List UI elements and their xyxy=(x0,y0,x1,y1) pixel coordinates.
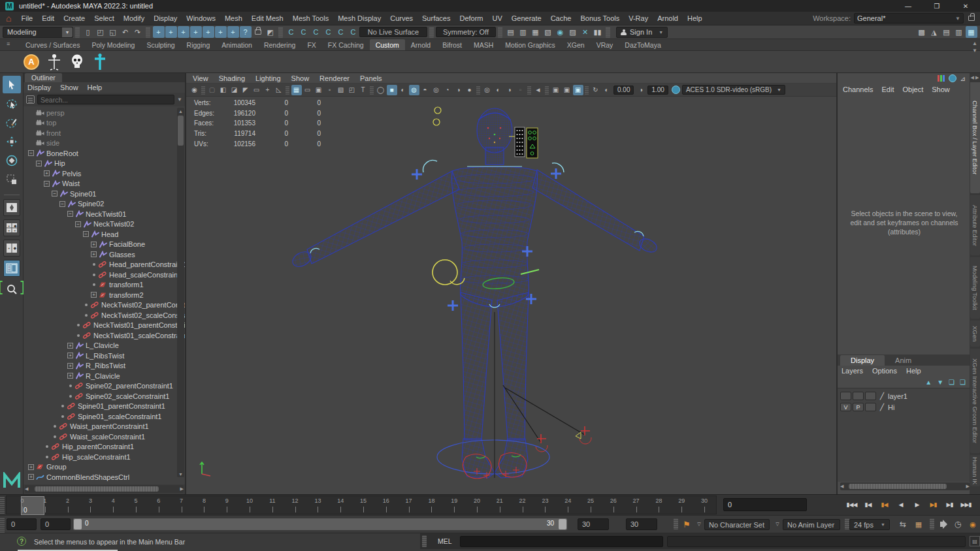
outliner-menu-display[interactable]: Display xyxy=(27,84,51,91)
exposure-field[interactable]: 0.00 xyxy=(613,86,634,95)
outliner-row-Hip_parentConstraint1[interactable]: Hip_parentConstraint1 xyxy=(24,442,185,452)
undo-icon[interactable]: ↶ xyxy=(120,26,131,38)
speaker-icon[interactable] xyxy=(936,518,949,530)
menu-mesh-tools[interactable]: Mesh Tools xyxy=(288,12,333,25)
snap-to-curves-icon[interactable]: + xyxy=(178,26,189,38)
render-view-icon[interactable]: ▤ xyxy=(505,26,517,38)
step-back-key-button[interactable]: ▮◀ xyxy=(877,497,892,512)
reflection-icon[interactable]: C xyxy=(335,26,347,38)
visibility-toggle[interactable] xyxy=(840,392,851,400)
tool-settings-button[interactable]: ▥ xyxy=(953,26,965,38)
paste-view-icon[interactable]: ▣ xyxy=(562,85,572,95)
menu-set-selector[interactable]: Modeling▼ xyxy=(3,27,73,38)
viewport-menu-show[interactable]: Show xyxy=(291,74,310,82)
step-forward-frame-button[interactable]: ▶▮ xyxy=(942,497,957,512)
close-button[interactable]: ✕ xyxy=(951,0,980,12)
field-chart-icon[interactable]: ▧ xyxy=(336,85,346,95)
paint-select-tool[interactable] xyxy=(3,114,21,131)
safe-action-icon[interactable]: ◰ xyxy=(347,85,357,95)
construction-history-icon[interactable]: C xyxy=(286,26,297,38)
fps-selector[interactable]: 24 fps▼ xyxy=(849,519,890,530)
outliner-row-Spine02[interactable]: −Spine02 xyxy=(24,199,185,210)
viewport-menu-panels[interactable]: Panels xyxy=(360,74,382,82)
refresh-icon[interactable]: ↻ xyxy=(591,85,601,95)
evaluation-mode-icon[interactable]: ◉ xyxy=(967,518,979,530)
toolbar-grip[interactable] xyxy=(498,27,502,38)
scrollbar-thumb[interactable] xyxy=(35,486,159,492)
tree-expander[interactable]: + xyxy=(90,251,97,258)
camera-bookmarks-icon[interactable]: ◪ xyxy=(229,85,240,95)
shelf-tab-mash[interactable]: MASH xyxy=(468,39,499,50)
shelf-tab-arnold[interactable]: Arnold xyxy=(405,39,436,50)
outliner-row-Hip[interactable]: −Hip xyxy=(24,159,185,169)
playback-start-field[interactable]: 0 xyxy=(41,518,71,530)
safe-title-icon[interactable]: T xyxy=(358,85,368,95)
highlight-selection-icon[interactable]: ◩ xyxy=(265,26,276,38)
playback-toggle[interactable]: P xyxy=(853,403,864,411)
outliner-row-L_Clavicle[interactable]: +L_Clavicle xyxy=(24,341,185,351)
playblast-icon[interactable]: ▦ xyxy=(912,518,925,530)
toolbar-grip[interactable] xyxy=(930,518,934,529)
menu-v-ray[interactable]: V-Ray xyxy=(624,12,653,25)
anim-layer-selector[interactable]: No Anim Layer xyxy=(783,519,840,530)
film-gate-icon[interactable]: ▭ xyxy=(302,85,313,95)
outliner-row-Head[interactable]: −Head xyxy=(24,229,185,240)
pause-icon[interactable]: ▮▮ xyxy=(592,26,604,38)
redo-icon[interactable]: ↷ xyxy=(132,26,144,38)
tree-expander[interactable]: + xyxy=(67,342,74,349)
motion-blur-icon[interactable]: ◔ xyxy=(442,85,453,95)
home-icon[interactable]: ⌂ xyxy=(6,13,11,24)
channel-box-menu-object[interactable]: Object xyxy=(902,86,923,93)
outliner-row-R_RibsTwist[interactable]: +R_RibsTwist xyxy=(24,361,185,371)
menu-generate[interactable]: Generate xyxy=(507,12,546,25)
collapse-right-icon[interactable]: ▶ xyxy=(975,75,979,80)
minimize-button[interactable]: — xyxy=(894,0,923,12)
cursor-icon[interactable]: ◄ xyxy=(533,85,544,95)
display-type-toggle[interactable] xyxy=(865,392,876,400)
bookmark-icon[interactable]: ⚑ xyxy=(681,518,693,530)
layer-horizontal-scrollbar[interactable]: ◀ ▶ xyxy=(840,482,970,490)
shelf-item-mannequin[interactable] xyxy=(45,53,63,71)
gamma-icon[interactable]: ◑ xyxy=(636,85,646,95)
gate-mask-icon[interactable]: ▪ xyxy=(325,85,335,95)
viewport-menu-renderer[interactable]: Renderer xyxy=(319,74,350,82)
side-tab-human-ik[interactable]: Human IK xyxy=(970,455,980,486)
grease-pencil-icon[interactable]: ◺ xyxy=(274,85,284,95)
outliner-row-R_Clavicle[interactable]: +R_Clavicle xyxy=(24,371,185,381)
target-view-icon[interactable]: ▣ xyxy=(573,85,583,95)
isolate-select-icon[interactable]: ◎ xyxy=(482,85,493,95)
outliner-row-Group[interactable]: +Group xyxy=(24,462,185,473)
save-scene-icon[interactable]: ◱ xyxy=(107,26,119,38)
outliner-row-CommonBlendShapesCtrl[interactable]: +CommonBlendShapesCtrl xyxy=(24,472,185,482)
outliner-vertical-scrollbar[interactable]: ▲ ▼ xyxy=(177,108,184,477)
menu-help[interactable]: Help xyxy=(683,12,707,25)
toolbar-grip[interactable] xyxy=(75,27,80,38)
workspace-selector[interactable]: General*▼ xyxy=(854,13,964,24)
shelf-tab-fx-caching[interactable]: FX Caching xyxy=(322,39,370,50)
sign-in-button[interactable]: Sign In▼ xyxy=(616,27,668,38)
outliner-persp-layout-button[interactable] xyxy=(3,260,20,277)
history-off-icon[interactable]: C xyxy=(298,26,310,38)
timebar-grip[interactable] xyxy=(0,496,5,514)
shelf-tab-bifrost[interactable]: Bifrost xyxy=(436,39,468,50)
view-transform-selector[interactable]: ACES 1.0 SDR-video (sRGB)▼ xyxy=(682,85,785,95)
maximize-button[interactable]: ❒ xyxy=(923,0,951,12)
ao-icon[interactable]: ◎ xyxy=(431,85,442,95)
material-ball-icon[interactable]: ● xyxy=(465,85,475,95)
shelf-item-cyan-figure[interactable] xyxy=(91,53,109,71)
shelf-tab-rigging[interactable]: Rigging xyxy=(181,39,216,50)
animation-end-field[interactable]: 30 xyxy=(626,518,657,530)
render-frame-icon[interactable]: ▥ xyxy=(517,26,529,38)
outliner-row-Head_scaleConstraint1[interactable]: Head_scaleConstraint1 xyxy=(24,270,185,280)
menu-deform[interactable]: Deform xyxy=(455,12,487,25)
scroll-right-icon[interactable]: ▶ xyxy=(180,486,184,492)
current-time-field[interactable]: 0 xyxy=(723,498,807,511)
toolbar-grip[interactable] xyxy=(606,27,610,38)
outliner-row-Spine01_scaleConstraint1[interactable]: Spine01_scaleConstraint1 xyxy=(24,411,185,422)
range-start-handle[interactable] xyxy=(74,519,82,529)
outliner-row-Waist_scaleConstraint1[interactable]: Waist_scaleConstraint1 xyxy=(24,432,185,442)
toolbar-grip[interactable] xyxy=(429,27,434,38)
tree-expander[interactable]: − xyxy=(67,210,74,217)
outliner-horizontal-scrollbar[interactable]: ◀ ▶ xyxy=(25,485,184,493)
go-to-end-button[interactable]: ▶▶▮ xyxy=(958,497,973,512)
